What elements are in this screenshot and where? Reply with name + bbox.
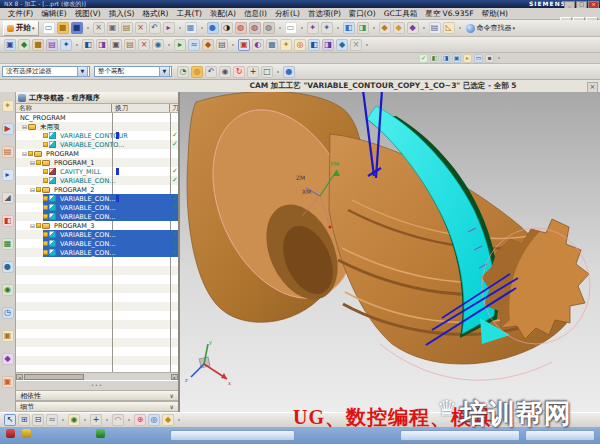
- process-assistant-icon[interactable]: ◧: [2, 215, 14, 227]
- tree-row[interactable]: ⊟PROGRAM_3: [16, 221, 178, 230]
- taskbar-button[interactable]: [525, 430, 595, 441]
- taskbar-button[interactable]: [400, 430, 520, 441]
- display-mode-icon[interactable]: ◑: [221, 22, 233, 34]
- desktop-icon[interactable]: [96, 429, 105, 438]
- view-orient-icon[interactable]: ●: [207, 22, 219, 34]
- menu-视图V[interactable]: 视图(V): [71, 9, 105, 19]
- machine-tool-navigator-icon[interactable]: ◢: [2, 192, 14, 204]
- menu-窗口O[interactable]: 窗口(O): [345, 9, 380, 19]
- tree-row[interactable]: VARIABLE_CON...✓: [16, 239, 178, 248]
- snapshot-icon[interactable]: ◧: [343, 22, 355, 34]
- select-cursor-icon[interactable]: ↖: [4, 414, 16, 426]
- expander-icon[interactable]: ⊟: [22, 123, 27, 130]
- desktop-icon[interactable]: [22, 429, 31, 438]
- shaded-sphere-icon[interactable]: ●: [283, 66, 295, 78]
- select-add-icon[interactable]: ⊞: [18, 414, 30, 426]
- shop-documentation-icon[interactable]: ▦: [266, 39, 278, 51]
- select-subtract-icon[interactable]: ⊟: [32, 414, 44, 426]
- object-display-icon[interactable]: ◨: [322, 39, 334, 51]
- verify-1-icon[interactable]: ◧: [430, 54, 439, 63]
- cut-operation-icon[interactable]: ◨: [96, 39, 108, 51]
- touch-mode-icon[interactable]: ▦: [185, 22, 197, 34]
- tree-row[interactable]: VARIABLE_CON...✓: [16, 203, 178, 212]
- tree-row[interactable]: CAVITY_MILL✓: [16, 167, 178, 176]
- operation-navigator-icon[interactable]: ▸: [2, 169, 14, 181]
- assembly-navigator-icon[interactable]: ✦: [2, 100, 14, 112]
- gc-toolbox-icon[interactable]: ▣: [2, 330, 14, 342]
- replay-toolpath-icon[interactable]: ≈: [188, 39, 200, 51]
- shaded-edges-icon[interactable]: ◍: [235, 22, 247, 34]
- menu-信息I[interactable]: 信息(I): [240, 9, 271, 19]
- menu-帮助H[interactable]: 帮助(H): [478, 9, 513, 19]
- taskbar-button[interactable]: [170, 430, 295, 441]
- tree-row[interactable]: VARIABLE_CON...✓: [16, 212, 178, 221]
- menu-插入S[interactable]: 插入(S): [105, 9, 139, 19]
- expander-icon[interactable]: ⊟: [30, 186, 35, 193]
- horizontal-scrollbar[interactable]: ◂ ▸: [16, 372, 178, 380]
- tree-row[interactable]: ⊟PROGRAM_1: [16, 158, 178, 167]
- roles-icon[interactable]: ▣: [2, 376, 14, 388]
- layer-settings-icon[interactable]: ▤: [429, 22, 441, 34]
- point-constructor-icon[interactable]: +: [90, 414, 102, 426]
- dependencies-panel[interactable]: 相依性∨: [16, 390, 178, 401]
- window-fit-icon[interactable]: ▭: [285, 22, 297, 34]
- reuse-library-icon[interactable]: ▦: [2, 238, 14, 250]
- column-toolchange[interactable]: 换刀: [112, 104, 170, 112]
- verify-3-icon[interactable]: ▣: [452, 54, 461, 63]
- select-chain-icon[interactable]: ≈: [46, 414, 58, 426]
- menu-装配A[interactable]: 装配(A): [206, 9, 240, 19]
- edit-object-display-icon[interactable]: ◨: [357, 22, 369, 34]
- copy-icon[interactable]: ▣: [107, 22, 119, 34]
- create-operation-icon[interactable]: ✦: [60, 39, 72, 51]
- display-operation-icon[interactable]: ◉: [152, 39, 164, 51]
- new-part-icon[interactable]: ▭: [43, 22, 55, 34]
- render-style-icon[interactable]: ◉: [68, 414, 80, 426]
- column-name[interactable]: 名称: [16, 104, 112, 112]
- flag-icon[interactable]: ▸: [463, 54, 472, 63]
- undo-icon[interactable]: ↶: [149, 22, 161, 34]
- save-icon[interactable]: ■: [71, 22, 83, 34]
- palette-icon[interactable]: ◆: [162, 414, 174, 426]
- copy-operation-icon[interactable]: ▣: [110, 39, 122, 51]
- tree-row[interactable]: VARIABLE_CON...✓: [16, 176, 178, 185]
- orient-view-1-icon[interactable]: ✦: [307, 22, 319, 34]
- history-icon[interactable]: ◷: [2, 307, 14, 319]
- mini-view-icon[interactable]: ▪: [485, 54, 494, 63]
- drafting-icon[interactable]: ◺: [443, 22, 455, 34]
- start-button[interactable]: 开始▾: [3, 21, 39, 36]
- selection-scope-combo[interactable]: 整个装配▼: [94, 66, 172, 77]
- pan-view-icon[interactable]: +: [247, 66, 259, 78]
- tree-row[interactable]: ⊟未用项: [16, 122, 178, 131]
- verify-2-icon[interactable]: ◨: [441, 54, 450, 63]
- delete-icon[interactable]: ×: [135, 22, 147, 34]
- cut-icon[interactable]: ✕: [93, 22, 105, 34]
- tree-row[interactable]: NC_PROGRAM: [16, 113, 178, 122]
- tree-row[interactable]: VARIABLE_CONTO...✓: [16, 140, 178, 149]
- cancel-icon[interactable]: ×: [350, 39, 362, 51]
- constraint-navigator-icon[interactable]: ▶: [2, 123, 14, 135]
- expander-icon[interactable]: ⊟: [30, 222, 35, 229]
- batch-icon[interactable]: ◆: [336, 39, 348, 51]
- orient-view-2-icon[interactable]: ✦: [321, 22, 333, 34]
- magnifier-icon[interactable]: ◎: [148, 414, 160, 426]
- menu-GC工具箱[interactable]: GC工具箱: [380, 9, 422, 19]
- verify-toolpath-icon[interactable]: ◆: [202, 39, 214, 51]
- palettes-icon[interactable]: ◆: [2, 353, 14, 365]
- graphics-window[interactable]: ZM XM YM x y z: [180, 92, 600, 412]
- open-icon[interactable]: ■: [57, 22, 69, 34]
- wireframe-icon[interactable]: ◍: [263, 22, 275, 34]
- lasso-icon[interactable]: ◠: [112, 414, 124, 426]
- note-icon[interactable]: ▭: [474, 54, 483, 63]
- selection-filter-combo[interactable]: 没有选择过滤器▼: [2, 66, 90, 77]
- expander-icon[interactable]: ⊟: [22, 150, 27, 157]
- delete-operation-icon[interactable]: ×: [138, 39, 150, 51]
- machining-environment-icon[interactable]: ▣: [238, 39, 250, 51]
- menu-分析L[interactable]: 分析(L): [271, 9, 304, 19]
- paste-icon[interactable]: ▤: [121, 22, 133, 34]
- details-panel[interactable]: 细节∨: [16, 401, 178, 412]
- menu-文件F[interactable]: 文件(F): [4, 9, 37, 19]
- create-geometry-icon[interactable]: ■: [32, 39, 44, 51]
- show-hidden-icon[interactable]: ◉: [219, 66, 231, 78]
- transform-icon[interactable]: ◧: [308, 39, 320, 51]
- tool-path-gouge-icon[interactable]: ✦: [280, 39, 292, 51]
